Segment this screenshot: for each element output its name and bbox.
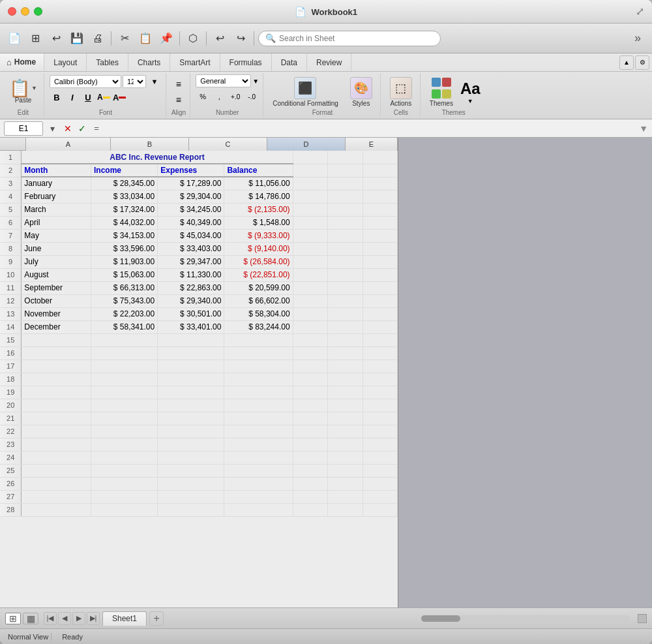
empty-cell[interactable] xyxy=(328,412,363,425)
data-cell[interactable] xyxy=(22,425,91,438)
italic-button[interactable]: I xyxy=(65,90,80,104)
empty-cell[interactable] xyxy=(363,451,398,464)
empty-cell[interactable] xyxy=(293,360,327,373)
empty-cell[interactable] xyxy=(293,464,327,477)
data-cell[interactable]: $ 15,063.00 xyxy=(91,268,158,281)
data-cell[interactable]: $ 14,786.00 xyxy=(224,190,293,203)
empty-cell[interactable] xyxy=(293,151,327,164)
empty-cell[interactable] xyxy=(363,373,398,386)
empty-cell[interactable] xyxy=(293,216,327,229)
data-cell[interactable]: $ 34,153.00 xyxy=(91,229,158,242)
tab-charts[interactable]: Charts xyxy=(128,54,170,71)
data-cell[interactable]: $ 22,203.00 xyxy=(91,307,158,320)
data-cell[interactable]: $ 1,548.00 xyxy=(224,216,293,229)
row-number-cell[interactable]: 8 xyxy=(0,242,22,255)
data-cell[interactable] xyxy=(91,438,158,451)
data-cell[interactable] xyxy=(22,346,91,360)
empty-cell[interactable] xyxy=(363,503,398,516)
data-cell[interactable]: $ 40,349.00 xyxy=(158,216,224,229)
col-header-b[interactable]: B xyxy=(111,138,189,151)
empty-cell[interactable] xyxy=(328,451,363,464)
empty-cell[interactable] xyxy=(363,268,398,281)
data-cell[interactable]: $ 29,304.00 xyxy=(158,190,224,203)
data-cell[interactable] xyxy=(91,386,158,399)
empty-cell[interactable] xyxy=(363,229,398,242)
data-cell[interactable] xyxy=(158,373,224,386)
row-number-cell[interactable]: 3 xyxy=(0,177,22,190)
empty-cell[interactable] xyxy=(363,242,398,255)
data-cell[interactable]: $ (9,140.00) xyxy=(224,242,293,255)
row-number-cell[interactable]: 4 xyxy=(0,190,22,203)
maximize-button[interactable] xyxy=(34,7,42,16)
empty-cell[interactable] xyxy=(328,190,363,203)
data-cell[interactable] xyxy=(158,451,224,464)
save-button[interactable]: 💾 xyxy=(68,29,86,48)
data-cell[interactable]: August xyxy=(22,268,91,281)
empty-cell[interactable] xyxy=(328,320,363,333)
data-cell[interactable] xyxy=(91,477,158,490)
data-cell[interactable] xyxy=(158,333,224,346)
grid-view-mode-button[interactable]: ⊞ xyxy=(5,613,21,624)
empty-cell[interactable] xyxy=(328,268,363,281)
number-format-select[interactable]: General xyxy=(196,74,251,87)
font-size-down-button[interactable]: ▼ xyxy=(147,74,162,89)
highlight-button[interactable]: A xyxy=(96,90,111,104)
row-number-cell[interactable]: 17 xyxy=(0,360,22,373)
row-number-cell[interactable]: 12 xyxy=(0,294,22,307)
tab-smartart[interactable]: SmartArt xyxy=(170,54,220,71)
empty-cell[interactable] xyxy=(363,320,398,333)
tab-review[interactable]: Review xyxy=(307,54,351,71)
percent-button[interactable]: % xyxy=(196,89,210,104)
data-cell[interactable] xyxy=(158,464,224,477)
empty-cell[interactable] xyxy=(293,412,327,425)
empty-cell[interactable] xyxy=(328,360,363,373)
row-number-cell[interactable]: 14 xyxy=(0,320,22,333)
empty-cell[interactable] xyxy=(293,242,327,255)
empty-cell[interactable] xyxy=(328,346,363,360)
data-cell[interactable] xyxy=(22,477,91,490)
header-cell[interactable]: Balance xyxy=(224,164,293,177)
data-cell[interactable] xyxy=(224,399,293,412)
accept-formula-button[interactable]: ✓ xyxy=(76,122,89,135)
empty-cell[interactable] xyxy=(293,281,327,294)
minimize-button[interactable] xyxy=(21,7,29,16)
empty-cell[interactable] xyxy=(363,164,398,177)
shapes-button[interactable]: ⬡ xyxy=(184,29,202,48)
empty-cell[interactable] xyxy=(328,477,363,490)
data-cell[interactable]: $ 34,245.00 xyxy=(158,203,224,216)
empty-cell[interactable] xyxy=(293,268,327,281)
ribbon-scroll-up[interactable]: ▲ xyxy=(619,55,634,70)
col-header-c[interactable]: C xyxy=(189,138,267,151)
data-cell[interactable]: $ 17,289.00 xyxy=(158,177,224,190)
conditional-formatting-button[interactable]: ⬛ Conditional Formatting xyxy=(269,76,342,108)
paste-arrow[interactable]: ▼ xyxy=(31,85,37,91)
empty-cell[interactable] xyxy=(363,477,398,490)
row-number-cell[interactable]: 26 xyxy=(0,477,22,490)
empty-cell[interactable] xyxy=(293,333,327,346)
empty-cell[interactable] xyxy=(363,399,398,412)
data-cell[interactable] xyxy=(158,425,224,438)
align-left-button[interactable]: ≡ xyxy=(171,77,186,91)
data-cell[interactable]: $ 11,056.00 xyxy=(224,177,293,190)
toolbar-expand-button[interactable]: » xyxy=(629,29,647,48)
data-cell[interactable] xyxy=(91,490,158,503)
search-box[interactable]: 🔍 xyxy=(258,31,441,46)
data-cell[interactable]: September xyxy=(22,281,91,294)
empty-cell[interactable] xyxy=(293,373,327,386)
row-number-cell[interactable]: 10 xyxy=(0,268,22,281)
data-cell[interactable]: October xyxy=(22,294,91,307)
empty-cell[interactable] xyxy=(328,203,363,216)
data-cell[interactable] xyxy=(22,373,91,386)
row-number-cell[interactable]: 5 xyxy=(0,203,22,216)
data-cell[interactable]: $ 11,903.00 xyxy=(91,255,158,268)
data-cell[interactable] xyxy=(224,451,293,464)
empty-cell[interactable] xyxy=(363,281,398,294)
empty-cell[interactable] xyxy=(293,229,327,242)
grid-view-button[interactable]: ⊞ xyxy=(26,29,44,48)
data-cell[interactable] xyxy=(158,477,224,490)
row-number-cell[interactable]: 18 xyxy=(0,373,22,386)
data-cell[interactable] xyxy=(224,503,293,516)
data-cell[interactable] xyxy=(91,346,158,360)
data-cell[interactable] xyxy=(22,438,91,451)
data-cell[interactable] xyxy=(158,399,224,412)
